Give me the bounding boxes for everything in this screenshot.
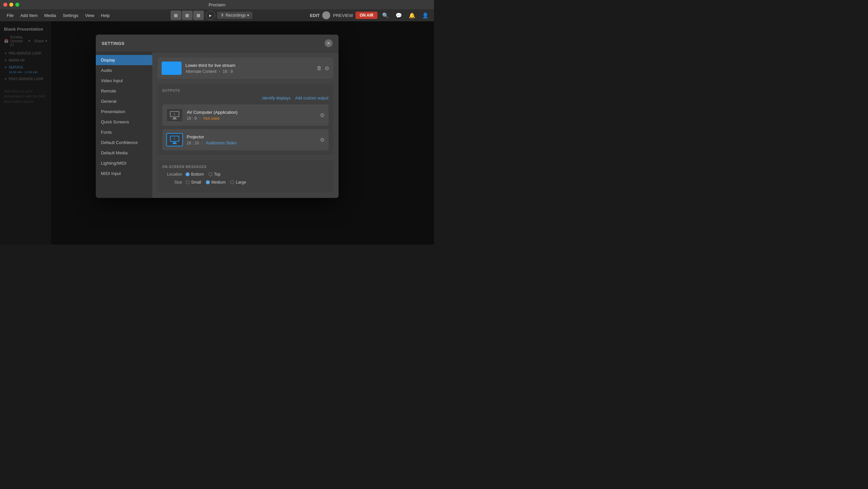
dialog-close-button[interactable]: ✕ — [324, 39, 333, 47]
messages-section: ON-SCREEN MESSAGES Location Bottom — [158, 160, 333, 193]
bell-icon[interactable]: 🔔 — [407, 12, 417, 19]
identify-displays-button[interactable]: Identify displays — [262, 96, 290, 100]
size-label: Size — [162, 180, 182, 185]
nav-midi-input[interactable]: MIDI Input — [96, 168, 152, 179]
messages-label: ON-SCREEN MESSAGES — [162, 165, 329, 169]
chevron-down-icon: ▾ — [247, 13, 249, 18]
maximize-window-button[interactable] — [15, 3, 19, 7]
settings-nav: Display Audio Video Input Remote General… — [96, 52, 152, 198]
menu-view[interactable]: View — [82, 12, 97, 19]
chat-icon[interactable]: 💬 — [394, 12, 404, 19]
recordings-button[interactable]: 🎙 Recordings ▾ — [217, 12, 253, 19]
toolbar-icons: ▩ ▩ ▩ — [170, 11, 204, 20]
outputs-header: Identify displays Add custom output — [162, 96, 329, 100]
output-settings-2[interactable]: ⚙ — [320, 137, 324, 143]
toolbar-icon-1[interactable]: ▩ — [170, 11, 181, 20]
radio-large-circle — [230, 180, 234, 184]
nav-quick-screens[interactable]: Quick Screens — [96, 117, 152, 127]
radio-small-circle — [186, 180, 190, 184]
settings-icon[interactable]: ⚙ — [324, 65, 329, 71]
delete-icon[interactable]: 🗑 — [317, 65, 322, 71]
menu-file[interactable]: File — [3, 12, 17, 19]
output-info-2: Projector 16 : 10 • Auditorium Slides — [187, 134, 316, 145]
nav-presentation[interactable]: Presentation — [96, 106, 152, 117]
size-row: Size Small Medium — [162, 180, 329, 185]
app-title: Proclaim — [209, 2, 225, 7]
nav-video-input[interactable]: Video Input — [96, 75, 152, 86]
monitor-icon-2: 2 — [170, 136, 179, 144]
add-custom-output-button[interactable]: Add custom output — [295, 96, 328, 100]
toolbar-center: ▩ ▩ ▩ ▶ 🎙 Recordings ▾ — [113, 11, 310, 20]
menu-add-item[interactable]: Add Item — [17, 12, 41, 19]
output-name-1: AV Computer (Application) — [187, 110, 316, 115]
dialog-header: SETTINGS ✕ — [96, 35, 339, 52]
output-num-2: 2 — [170, 136, 179, 141]
modal-overlay: SETTINGS ✕ Display Audio Video Input Rem… — [0, 21, 434, 245]
lower-third-thumb — [162, 62, 182, 75]
nav-audio[interactable]: Audio — [96, 65, 152, 75]
window-controls — [3, 3, 19, 7]
nav-default-confidence[interactable]: Default Confidence — [96, 137, 152, 148]
output-item-2: 2 Projector 16 : 10 • — [162, 129, 329, 150]
toolbar-icon-3[interactable]: ▩ — [193, 11, 204, 20]
output-detail-2: 16 : 10 • Auditorium Slides — [187, 141, 316, 145]
location-radio-group: Bottom Top — [186, 172, 220, 177]
dialog-title: SETTINGS — [102, 41, 125, 46]
output-status-1: Not used — [204, 116, 219, 121]
output-status-2[interactable]: Auditorium Slides — [206, 141, 237, 145]
output-settings-1[interactable]: ⚙ — [320, 112, 324, 118]
play-button[interactable]: ▶ — [206, 11, 215, 20]
output-item-1: 1 AV Computer (Application) 16 : 9 — [162, 104, 329, 126]
menu-help[interactable]: Help — [97, 12, 113, 19]
nav-display[interactable]: Display — [96, 55, 152, 65]
toolbar-right: EDIT PREVIEW ON AIR 🔍 💬 🔔 👤 — [310, 11, 431, 19]
monitor-base-2 — [172, 143, 177, 144]
dialog-body: Display Audio Video Input Remote General… — [96, 52, 339, 198]
on-air-button[interactable]: ON AIR — [355, 12, 377, 19]
outputs-section: OUTPUTS Identify displays Add custom out… — [158, 84, 333, 155]
monitor-base — [172, 119, 177, 119]
monitor-icon-1: 1 — [170, 111, 179, 119]
radio-small-label: Small — [191, 180, 201, 185]
close-window-button[interactable] — [3, 3, 7, 7]
nav-fonts[interactable]: Fonts — [96, 127, 152, 137]
output-num-1: 1 — [170, 112, 179, 116]
radio-top-label: Top — [214, 172, 220, 177]
nav-general[interactable]: General — [96, 96, 152, 106]
output-icon-2: 2 — [166, 133, 183, 146]
output-name-2: Projector — [187, 134, 316, 140]
lower-third-card: Lower-third for live stream Alternate Co… — [158, 58, 333, 79]
main-area: Blank Presentation 📅 Sunday, October 27 … — [0, 21, 434, 245]
settings-content: Lower-third for live stream Alternate Co… — [152, 52, 339, 198]
menu-settings[interactable]: Settings — [59, 12, 82, 19]
toolbar-icon-2[interactable]: ▩ — [182, 11, 192, 20]
recordings-label: Recordings — [226, 13, 246, 18]
lower-third-subtitle: Alternate Content — [186, 69, 217, 74]
edit-button[interactable]: EDIT — [310, 13, 320, 18]
minimize-window-button[interactable] — [9, 3, 13, 7]
radio-medium-label: Medium — [212, 180, 226, 185]
lower-third-actions: 🗑 ⚙ — [317, 65, 329, 71]
menu-media[interactable]: Media — [41, 12, 59, 19]
settings-dialog: SETTINGS ✕ Display Audio Video Input Rem… — [96, 35, 339, 198]
size-small[interactable]: Small — [186, 180, 201, 185]
search-icon[interactable]: 🔍 — [380, 12, 391, 19]
output-info-1: AV Computer (Application) 16 : 9 • Not u… — [187, 110, 316, 121]
lower-third-title: Lower-third for live stream — [186, 63, 313, 68]
user-icon[interactable]: 👤 — [420, 12, 431, 19]
edit-toggle[interactable] — [322, 11, 330, 19]
lower-third-aspect: 16 : 9 — [223, 69, 233, 74]
size-medium[interactable]: Medium — [206, 180, 226, 185]
outputs-label: OUTPUTS — [162, 89, 329, 92]
nav-lighting-midi[interactable]: Lighting/MIDI — [96, 158, 152, 168]
nav-default-media[interactable]: Default Media — [96, 148, 152, 158]
location-bottom[interactable]: Bottom — [186, 172, 204, 177]
mic-icon: 🎙 — [220, 13, 224, 18]
size-large[interactable]: Large — [230, 180, 246, 185]
monitor-screen: 1 — [170, 111, 179, 117]
radio-large-label: Large — [236, 180, 246, 185]
output-detail-1: 16 : 9 • Not used — [187, 116, 316, 121]
preview-button[interactable]: PREVIEW — [333, 13, 353, 18]
nav-remote[interactable]: Remote — [96, 86, 152, 96]
location-top[interactable]: Top — [209, 172, 220, 177]
